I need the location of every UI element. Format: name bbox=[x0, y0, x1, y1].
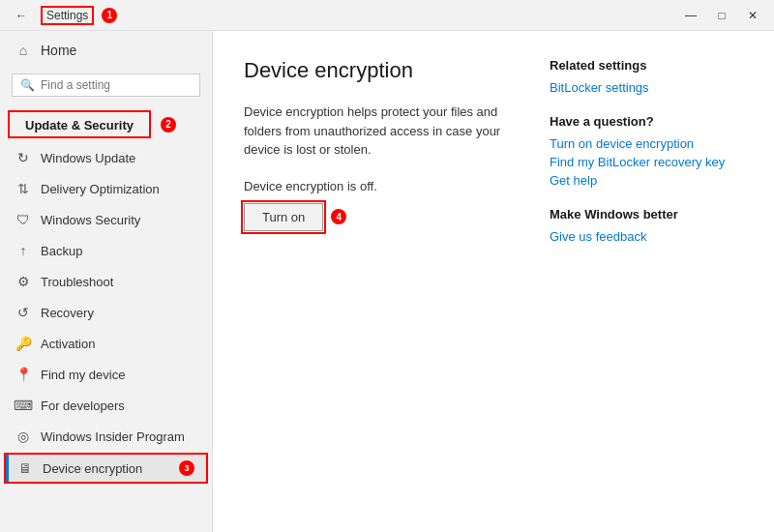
maximize-button[interactable]: □ bbox=[708, 5, 735, 26]
related-panel: Related settings BitLocker settings Have… bbox=[550, 58, 743, 505]
minimize-button[interactable]: — bbox=[677, 5, 704, 26]
sidebar-item-label: Windows Insider Program bbox=[41, 429, 185, 444]
troubleshoot-icon: ⚙ bbox=[15, 274, 31, 289]
active-badge: 3 bbox=[179, 460, 194, 476]
find-my-device-icon: 📍 bbox=[15, 367, 31, 382]
sidebar-item-windows-insider[interactable]: ◎ Windows Insider Program bbox=[0, 421, 212, 452]
sidebar-item-label: Delivery Optimization bbox=[41, 182, 160, 196]
delivery-optimization-icon: ⇅ bbox=[15, 181, 31, 196]
content-left: Device encryption Device encryption help… bbox=[244, 58, 511, 505]
search-icon: 🔍 bbox=[20, 78, 35, 92]
sidebar-item-backup[interactable]: ↑ Backup bbox=[0, 235, 212, 266]
window-controls: — □ ✕ bbox=[677, 5, 766, 26]
title-bar: ← Settings 1 — □ ✕ bbox=[0, 0, 774, 31]
sidebar-item-label: Find my device bbox=[41, 368, 125, 382]
sidebar-item-label: Activation bbox=[41, 337, 95, 351]
back-button[interactable]: ← bbox=[8, 5, 35, 26]
windows-update-icon: ↻ bbox=[15, 150, 31, 165]
app-body: ⌂ Home 🔍 Update & Security 2 ↻ Windows U… bbox=[0, 31, 774, 532]
sidebar-item-find-my-device[interactable]: 📍 Find my device bbox=[0, 359, 212, 390]
sidebar-item-home[interactable]: ⌂ Home bbox=[0, 31, 212, 70]
title-badge: 1 bbox=[102, 8, 117, 23]
sidebar-item-label: Windows Update bbox=[41, 151, 135, 165]
page-title: Device encryption bbox=[244, 58, 511, 83]
sidebar-item-device-encryption[interactable]: 🖥 Device encryption 3 bbox=[4, 453, 208, 484]
sidebar-item-delivery-optimization[interactable]: ⇅ Delivery Optimization bbox=[0, 173, 212, 204]
bitlocker-settings-link[interactable]: BitLocker settings bbox=[550, 80, 743, 95]
sidebar-item-label: Backup bbox=[41, 244, 82, 258]
section-header: Update & Security bbox=[8, 110, 151, 138]
sidebar-item-label: Recovery bbox=[41, 306, 94, 320]
windows-security-icon: 🛡 bbox=[15, 212, 31, 227]
sidebar-item-activation[interactable]: 🔑 Activation bbox=[0, 328, 212, 359]
page-description: Device encryption helps protect your fil… bbox=[244, 103, 511, 160]
turn-on-encryption-link[interactable]: Turn on device encryption bbox=[550, 136, 743, 151]
search-input[interactable] bbox=[41, 78, 192, 92]
make-windows-better-title: Make Windows better bbox=[550, 207, 743, 222]
for-developers-icon: ⌨ bbox=[15, 398, 31, 413]
related-settings-title: Related settings bbox=[550, 58, 743, 73]
sidebar-item-for-developers[interactable]: ⌨ For developers bbox=[0, 390, 212, 421]
turn-on-wrapper: Turn on 4 bbox=[244, 203, 346, 231]
sidebar-item-troubleshoot[interactable]: ⚙ Troubleshoot bbox=[0, 266, 212, 297]
sidebar-item-label: Windows Security bbox=[41, 213, 140, 227]
turn-on-button[interactable]: Turn on bbox=[244, 203, 323, 231]
sidebar: ⌂ Home 🔍 Update & Security 2 ↻ Windows U… bbox=[0, 31, 213, 532]
sidebar-home-label: Home bbox=[41, 43, 76, 58]
turn-on-badge: 4 bbox=[331, 209, 346, 224]
home-icon: ⌂ bbox=[15, 43, 31, 58]
sidebar-search-box[interactable]: 🔍 bbox=[12, 74, 200, 97]
sidebar-item-label: Troubleshoot bbox=[41, 275, 113, 289]
backup-icon: ↑ bbox=[15, 243, 31, 258]
device-encryption-icon: 🖥 bbox=[17, 460, 33, 476]
activation-icon: 🔑 bbox=[15, 336, 31, 351]
sidebar-item-label: Device encryption bbox=[43, 461, 142, 476]
sidebar-item-recovery[interactable]: ↺ Recovery bbox=[0, 297, 212, 328]
sidebar-item-label: For developers bbox=[41, 399, 125, 413]
find-bitlocker-key-link[interactable]: Find my BitLocker recovery key bbox=[550, 155, 743, 169]
close-button[interactable]: ✕ bbox=[739, 5, 766, 26]
get-help-link[interactable]: Get help bbox=[550, 173, 743, 188]
app-title: Settings bbox=[41, 6, 94, 25]
sidebar-item-windows-update[interactable]: ↻ Windows Update bbox=[0, 142, 212, 173]
title-bar-left: ← Settings 1 bbox=[8, 5, 117, 26]
have-a-question-title: Have a question? bbox=[550, 114, 743, 129]
sidebar-item-windows-security[interactable]: 🛡 Windows Security bbox=[0, 204, 212, 235]
section-badge: 2 bbox=[161, 117, 176, 133]
main-content: Device encryption Device encryption help… bbox=[213, 31, 774, 532]
recovery-icon: ↺ bbox=[15, 305, 31, 320]
encryption-status: Device encryption is off. bbox=[244, 179, 511, 193]
give-feedback-link[interactable]: Give us feedback bbox=[550, 229, 743, 244]
windows-insider-icon: ◎ bbox=[15, 429, 31, 444]
